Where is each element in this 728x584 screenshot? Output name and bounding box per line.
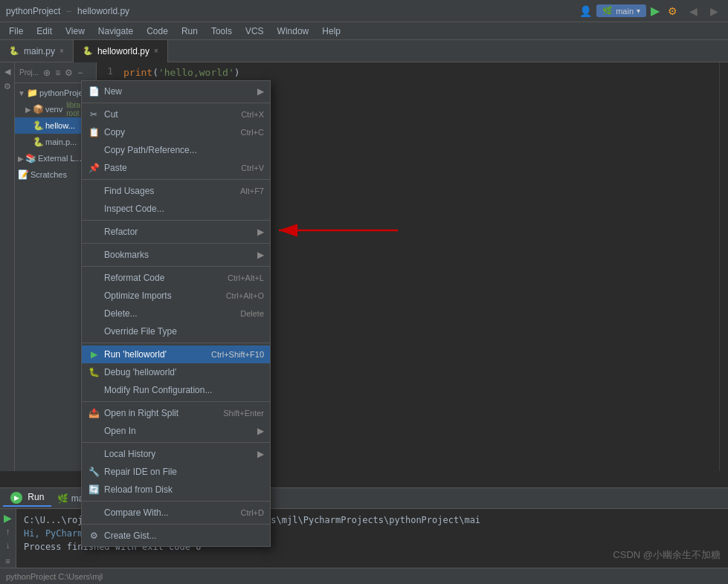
ctx-item-reformat[interactable]: Reformat Code Ctrl+Alt+L xyxy=(82,269,270,287)
ctx-item-bookmarks[interactable]: Bookmarks ▶ xyxy=(82,246,270,264)
run-rerun-icon[interactable]: ↓ xyxy=(6,540,10,551)
tab-main-py-close[interactable]: × xyxy=(59,47,64,55)
ctx-item-cut[interactable]: ✂ Cut Ctrl+X xyxy=(82,106,270,123)
ctx-reformat-label: Reformat Code xyxy=(104,273,223,283)
status-text: pythonProject C:\Users\mjl xyxy=(6,572,103,581)
ctx-refactor-arrow: ▶ xyxy=(257,227,264,237)
ctx-item-repair-ide[interactable]: 🔧 Repair IDE on File xyxy=(82,463,270,481)
ctx-item-debug-helloworld[interactable]: 🐛 Debug 'helloworld' xyxy=(82,363,270,381)
back-button[interactable]: ◀ xyxy=(685,3,701,19)
tree-label-helloworld: hellow... xyxy=(45,121,75,130)
ctx-item-create-gist[interactable]: ⚙ Create Gist... xyxy=(82,527,270,545)
run-play-icon[interactable]: ▶ xyxy=(4,512,12,524)
ctx-item-inspect[interactable]: Inspect Code... xyxy=(82,200,270,218)
ctx-item-run-helloworld[interactable]: ▶ Run 'helloworld' Ctrl+Shift+F10 xyxy=(82,345,270,363)
ctx-gist-icon: ⚙ xyxy=(88,531,100,541)
ctx-item-new[interactable]: 📄 New ▶ xyxy=(82,82,270,100)
tab-helloworld-py-close[interactable]: × xyxy=(154,47,158,55)
menu-code[interactable]: Code xyxy=(141,25,174,38)
branch-name: main xyxy=(616,7,634,16)
ctx-local-history-label: Local History xyxy=(104,449,253,459)
scratches-icon: 📝 xyxy=(18,169,29,180)
menu-edit[interactable]: Edit xyxy=(30,25,58,38)
ctx-item-compare[interactable]: Compare With... Ctrl+D xyxy=(82,504,270,522)
title-bar-left: pythonProject – helloworld.py xyxy=(6,6,579,16)
ctx-new-icon: 📄 xyxy=(88,86,100,97)
ctx-item-open-right-split[interactable]: 📤 Open in Right Split Shift+Enter xyxy=(82,404,270,422)
tree-label-main-py: main.p... xyxy=(45,137,77,146)
title-bar: pythonProject – helloworld.py 👤 🌿 main ▾… xyxy=(0,0,728,22)
ctx-sep-1 xyxy=(82,103,270,103)
branch-badge[interactable]: 🌿 main ▾ xyxy=(596,4,646,17)
ctx-item-refactor[interactable]: Refactor ▶ xyxy=(82,223,270,241)
menu-tools[interactable]: Tools xyxy=(205,25,238,38)
build-button[interactable]: ⚙ xyxy=(664,3,680,19)
chevron-venv: ▶ xyxy=(25,106,31,114)
forward-button[interactable]: ▶ xyxy=(706,3,722,19)
menu-file[interactable]: File xyxy=(3,25,29,38)
line-number-1: 1 xyxy=(97,65,113,77)
ctx-override-label: Override File Type xyxy=(104,326,264,337)
ctx-item-copy-path[interactable]: Copy Path/Reference... xyxy=(82,141,270,159)
folder-project-icon: 📁 xyxy=(27,88,38,98)
ctx-debug-label: Debug 'helloworld' xyxy=(104,367,264,377)
run-button[interactable]: ▶ xyxy=(651,4,660,18)
ctx-item-open-in[interactable]: Open In ▶ xyxy=(82,422,270,440)
ctx-item-override-file-type[interactable]: Override File Type xyxy=(82,322,270,340)
ctx-item-delete[interactable]: Delete... Delete xyxy=(82,305,270,322)
ctx-item-copy[interactable]: 📋 Copy Ctrl+C xyxy=(82,123,270,141)
bottom-tab-run[interactable]: ▶ Run xyxy=(3,490,51,507)
ctx-sep-7 xyxy=(82,401,270,402)
ctx-sep-3 xyxy=(82,220,270,221)
ctx-open-in-label: Open In xyxy=(104,426,253,436)
sidebar-list-icon[interactable]: ≡ xyxy=(54,66,62,80)
menu-vcs[interactable]: VCS xyxy=(239,25,270,38)
ctx-sep-9 xyxy=(82,501,270,502)
venv-icon: 📦 xyxy=(33,104,44,114)
menu-window[interactable]: Window xyxy=(271,25,315,38)
ctx-cut-icon: ✂ xyxy=(88,109,100,120)
menu-run[interactable]: Run xyxy=(175,25,204,38)
file-title: helloworld.py xyxy=(77,6,129,16)
ctx-copy-label: Copy xyxy=(104,127,236,137)
ctx-cut-label: Cut xyxy=(104,109,236,120)
tab-helloworld-py[interactable]: 🐍 helloworld.py × xyxy=(74,40,168,62)
project-title: pythonProject xyxy=(6,6,60,16)
menu-navigate[interactable]: Navigate xyxy=(92,25,139,38)
ctx-inspect-label: Inspect Code... xyxy=(104,204,264,214)
ctx-item-find-usages[interactable]: Find Usages Alt+F7 xyxy=(82,182,270,200)
collapse-icon[interactable]: ◀ xyxy=(1,65,13,77)
run-pin-icon[interactable]: ≡ xyxy=(5,557,10,565)
ctx-sep-10 xyxy=(82,524,270,525)
external-icon: 📚 xyxy=(25,153,36,163)
menu-bar: File Edit View Navigate Code Run Tools V… xyxy=(0,22,728,40)
ctx-item-local-history[interactable]: Local History ▶ xyxy=(82,445,270,463)
settings-icon[interactable]: ⚙ xyxy=(1,80,13,92)
ctx-item-paste[interactable]: 📌 Paste Ctrl+V xyxy=(82,159,270,177)
code-area[interactable]: print('hello,world') xyxy=(97,62,728,80)
branch-icon: 🌿 xyxy=(602,6,613,16)
menu-view[interactable]: View xyxy=(59,25,91,38)
tree-label-venv: venv xyxy=(45,105,62,114)
run-stop-icon[interactable]: ↑ xyxy=(6,527,10,537)
tree-label-external: External L... xyxy=(38,154,82,163)
keyword-print: print xyxy=(123,67,152,78)
ctx-item-reload-disk[interactable]: 🔄 Reload from Disk xyxy=(82,481,270,499)
ctx-debug-icon: 🐛 xyxy=(88,367,100,377)
ctx-item-modify-run[interactable]: Modify Run Configuration... xyxy=(82,381,270,399)
ctx-repair-label: Repair IDE on File xyxy=(104,467,264,477)
tab-main-py[interactable]: 🐍 main.py × xyxy=(0,40,74,62)
ctx-run-label: Run 'helloworld' xyxy=(104,349,207,360)
ctx-modify-label: Modify Run Configuration... xyxy=(104,385,264,395)
sidebar-add-icon[interactable]: ⊕ xyxy=(42,66,52,80)
ctx-compare-shortcut: Ctrl+D xyxy=(241,508,264,517)
ctx-item-optimize[interactable]: Optimize Imports Ctrl+Alt+O xyxy=(82,287,270,305)
ctx-copy-shortcut: Ctrl+C xyxy=(241,128,264,137)
tab-main-py-icon: 🐍 xyxy=(9,46,19,56)
menu-help[interactable]: Help xyxy=(316,25,347,38)
user-icon[interactable]: 👤 xyxy=(579,5,592,17)
context-menu: 📄 New ▶ ✂ Cut Ctrl+X 📋 Copy Ctrl+C Copy … xyxy=(81,80,271,547)
sidebar-gear-icon[interactable]: ⚙ xyxy=(63,66,74,80)
branch-dropdown-icon: ▾ xyxy=(637,7,640,15)
sidebar-minus-icon[interactable]: − xyxy=(76,66,84,80)
